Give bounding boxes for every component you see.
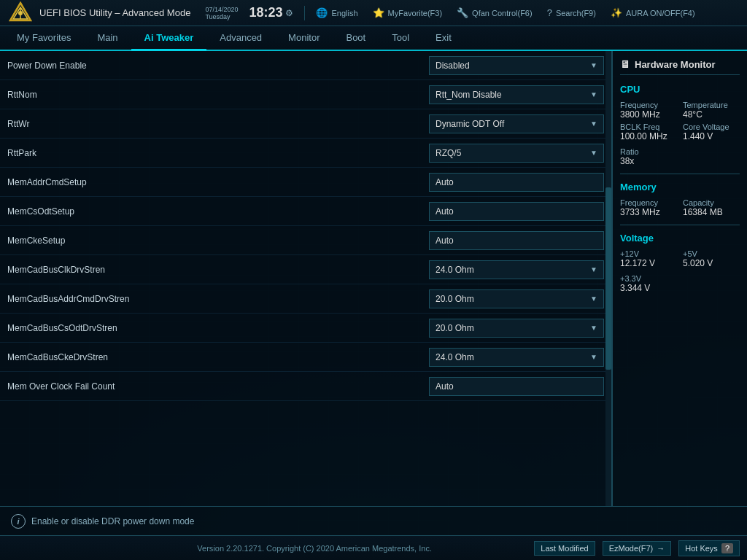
setting-row-mem-over-clock-fail-count[interactable]: Mem Over Clock Fail CountAuto bbox=[0, 372, 611, 401]
dropdown-power-down-enable[interactable]: Disabled▼ bbox=[429, 56, 604, 75]
tab-monitor[interactable]: Monitor bbox=[275, 26, 333, 51]
setting-label-memcadbusclkdrvstren: MemCadBusClkDrvStren bbox=[7, 265, 429, 275]
hw-divider-1 bbox=[620, 174, 740, 174]
setting-label-memaddrcmdsetup: MemAddrCmdSetup bbox=[7, 177, 429, 187]
myfavorite-label: MyFavorite(F3) bbox=[388, 9, 443, 18]
header-separator bbox=[304, 6, 305, 20]
aura-icon: ✨ bbox=[611, 7, 622, 18]
setting-row-memcadbusckdrvstren[interactable]: MemCadBusCkeDrvStren24.0 Ohm▼ bbox=[0, 343, 611, 372]
scrollbar-track[interactable] bbox=[605, 51, 611, 506]
setting-row-rttwr[interactable]: RttWrDynamic ODT Off▼ bbox=[0, 109, 611, 139]
setting-row-rttnom[interactable]: RttNomRtt_Nom Disable▼ bbox=[0, 80, 611, 109]
setting-label-memckesetup: MemCkeSetup bbox=[7, 236, 429, 246]
setting-value-rttnom[interactable]: Rtt_Nom Disable▼ bbox=[429, 85, 604, 104]
textfield-memcsodtsetup: Auto bbox=[429, 202, 604, 221]
aura-button[interactable]: ✨ AURA ON/OFF(F4) bbox=[611, 7, 695, 18]
logo-area: UEFI BIOS Utility – Advanced Mode bbox=[7, 0, 190, 26]
setting-value-power-down-enable[interactable]: Disabled▼ bbox=[429, 56, 604, 75]
setting-row-memcadbuscsodtdrvstren[interactable]: MemCadBusCsOdtDrvStren20.0 Ohm▼ bbox=[0, 314, 611, 343]
dropdown-rttpark[interactable]: RZQ/5▼ bbox=[429, 144, 604, 163]
setting-label-memcsodtsetup: MemCsOdtSetup bbox=[7, 206, 429, 217]
cpu-section-title: CPU bbox=[620, 84, 740, 95]
dropdown-arrow-rttpark: ▼ bbox=[590, 149, 597, 157]
tab-my-favorites[interactable]: My Favorites bbox=[4, 26, 84, 51]
v5-area: +5V 5.020 V bbox=[683, 249, 740, 268]
aura-label: AURA ON/OFF(F4) bbox=[626, 9, 695, 18]
setting-label-rttnom: RttNom bbox=[7, 90, 429, 100]
cpu-stats: Frequency 3800 MHz Temperature 48°C BCLK… bbox=[620, 101, 740, 141]
search-label: Search(F9) bbox=[556, 9, 596, 18]
setting-value-memcadbusaddrcmddrvstren[interactable]: 20.0 Ohm▼ bbox=[429, 289, 604, 308]
setting-value-memcsodtsetup[interactable]: Auto bbox=[429, 202, 604, 221]
fan-icon: 🔧 bbox=[457, 7, 468, 18]
dropdown-arrow-power-down-enable: ▼ bbox=[590, 61, 597, 69]
ezmode-button[interactable]: EzMode(F7) → bbox=[603, 541, 672, 556]
time-area: 18:23 ⚙ bbox=[249, 5, 293, 20]
header-nav-items: 🌐 English ⭐ MyFavorite(F3) 🔧 Qfan Contro… bbox=[316, 7, 740, 18]
date-display: 07/14/2020 bbox=[205, 6, 238, 13]
dropdown-memcadbusckdrvstren[interactable]: 24.0 Ohm▼ bbox=[429, 348, 604, 367]
hardware-monitor-panel: 🖥 Hardware Monitor CPU Frequency 3800 MH… bbox=[612, 51, 747, 506]
tab-main[interactable]: Main bbox=[84, 26, 131, 51]
setting-label-memcadbusaddrcmddrvstren: MemCadBusAddrCmdDrvStren bbox=[7, 294, 429, 304]
datetime-area: 07/14/2020 Tuesday bbox=[205, 6, 238, 20]
setting-value-rttwr[interactable]: Dynamic ODT Off▼ bbox=[429, 114, 604, 133]
settings-gear-icon[interactable]: ⚙ bbox=[285, 8, 293, 18]
tab-advanced[interactable]: Advanced bbox=[206, 26, 275, 51]
star-icon: ⭐ bbox=[373, 7, 384, 18]
settings-panel: Power Down EnableDisabled▼RttNomRtt_Nom … bbox=[0, 51, 612, 506]
main-nav: My Favorites Main Ai Tweaker Advanced Mo… bbox=[0, 26, 747, 51]
memory-stats: Frequency 3733 MHz Capacity 16384 MB bbox=[620, 198, 740, 217]
textfield-memckesetup: Auto bbox=[429, 231, 604, 250]
setting-value-memckesetup[interactable]: Auto bbox=[429, 231, 604, 250]
ezmode-icon: → bbox=[657, 544, 665, 553]
setting-row-memcsodtsetup[interactable]: MemCsOdtSetupAuto bbox=[0, 197, 611, 226]
qfan-button[interactable]: 🔧 Qfan Control(F6) bbox=[457, 7, 533, 18]
dropdown-rttnom[interactable]: Rtt_Nom Disable▼ bbox=[429, 85, 604, 104]
asus-logo bbox=[7, 0, 34, 26]
setting-row-memcadbusclkdrvstren[interactable]: MemCadBusClkDrvStren24.0 Ohm▼ bbox=[0, 255, 611, 284]
settings-list: Power Down EnableDisabled▼RttNomRtt_Nom … bbox=[0, 51, 611, 506]
dropdown-arrow-memcadbusckdrvstren: ▼ bbox=[590, 353, 597, 361]
setting-label-mem-over-clock-fail-count: Mem Over Clock Fail Count bbox=[7, 381, 429, 392]
version-text: Version 2.20.1271. Copyright (C) 2020 Am… bbox=[95, 544, 534, 553]
setting-row-memaddrcmdsetup[interactable]: MemAddrCmdSetupAuto bbox=[0, 168, 611, 197]
setting-row-memckesetup[interactable]: MemCkeSetupAuto bbox=[0, 226, 611, 255]
qfan-label: Qfan Control(F6) bbox=[472, 9, 533, 18]
last-modified-button[interactable]: Last Modified bbox=[534, 541, 595, 556]
textfield-mem-over-clock-fail-count: Auto bbox=[429, 377, 604, 396]
mem-cap-area: Capacity 16384 MB bbox=[683, 198, 740, 217]
search-button[interactable]: ? Search(F9) bbox=[547, 7, 596, 18]
setting-value-memcadbuscsodtdrvstren[interactable]: 20.0 Ohm▼ bbox=[429, 319, 604, 338]
setting-value-memcadbusclkdrvstren[interactable]: 24.0 Ohm▼ bbox=[429, 260, 604, 279]
setting-value-rttpark[interactable]: RZQ/5▼ bbox=[429, 144, 604, 163]
setting-value-memaddrcmdsetup[interactable]: Auto bbox=[429, 173, 604, 192]
tab-boot[interactable]: Boot bbox=[333, 26, 379, 51]
setting-row-memcadbusaddrcmddrvstren[interactable]: MemCadBusAddrCmdDrvStren20.0 Ohm▼ bbox=[0, 284, 611, 314]
cpu-temp-label: Temperature 48°C bbox=[683, 101, 740, 120]
monitor-icon: 🖥 bbox=[620, 58, 630, 70]
tab-ai-tweaker[interactable]: Ai Tweaker bbox=[131, 26, 207, 51]
tab-tool[interactable]: Tool bbox=[379, 26, 422, 51]
tab-exit[interactable]: Exit bbox=[422, 26, 465, 51]
header: UEFI BIOS Utility – Advanced Mode 07/14/… bbox=[0, 0, 747, 26]
voltage-section-title: Voltage bbox=[620, 233, 740, 244]
myfavorite-button[interactable]: ⭐ MyFavorite(F3) bbox=[373, 7, 443, 18]
dropdown-arrow-memcadbusclkdrvstren: ▼ bbox=[590, 265, 597, 273]
scrollbar-thumb[interactable] bbox=[605, 187, 611, 370]
memory-section-title: Memory bbox=[620, 182, 740, 192]
dropdown-memcadbuscsodtdrvstren[interactable]: 20.0 Ohm▼ bbox=[429, 319, 604, 338]
hw-divider-2 bbox=[620, 225, 740, 225]
setting-row-rttpark[interactable]: RttParkRZQ/5▼ bbox=[0, 139, 611, 168]
dropdown-arrow-rttwr: ▼ bbox=[590, 120, 597, 128]
dropdown-memcadbusclkdrvstren[interactable]: 24.0 Ohm▼ bbox=[429, 260, 604, 279]
language-selector[interactable]: 🌐 English bbox=[316, 7, 357, 18]
setting-row-power-down-enable[interactable]: Power Down EnableDisabled▼ bbox=[0, 51, 611, 80]
dropdown-memcadbusaddrcmddrvstren[interactable]: 20.0 Ohm▼ bbox=[429, 289, 604, 308]
bottom-actions: Last Modified EzMode(F7) → Hot Keys ? bbox=[534, 540, 740, 556]
hotkeys-button[interactable]: Hot Keys ? bbox=[678, 540, 740, 556]
setting-value-memcadbusckdrvstren[interactable]: 24.0 Ohm▼ bbox=[429, 348, 604, 367]
dropdown-rttwr[interactable]: Dynamic ODT Off▼ bbox=[429, 114, 604, 133]
setting-label-rttwr: RttWr bbox=[7, 119, 429, 129]
setting-value-mem-over-clock-fail-count[interactable]: Auto bbox=[429, 377, 604, 396]
